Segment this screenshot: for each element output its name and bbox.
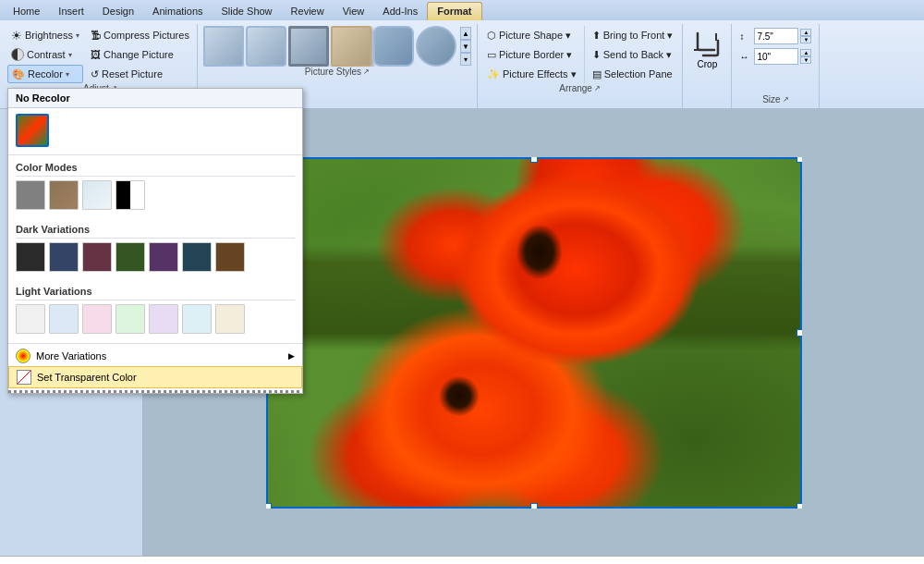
more-variations-icon	[16, 349, 30, 363]
grayscale-swatch[interactable]	[16, 180, 45, 210]
brightness-button[interactable]: ☀ Brightness ▾	[7, 26, 83, 44]
picture-style-5[interactable]	[373, 26, 414, 67]
picture-effects-icon: ✨	[487, 68, 500, 80]
dark-swatch-7[interactable]	[215, 242, 245, 272]
sepia-swatch[interactable]	[49, 180, 79, 210]
light-swatch-2[interactable]	[49, 304, 79, 334]
tab-view[interactable]: View	[334, 2, 374, 20]
height-spin-down[interactable]: ▼	[800, 36, 811, 43]
bring-front-icon: ⬆	[592, 30, 601, 42]
picture-style-6[interactable]	[416, 26, 456, 67]
washout-swatch[interactable]	[82, 180, 112, 210]
tab-addins[interactable]: Add-Ins	[373, 2, 427, 20]
picture-style-3[interactable]	[288, 26, 329, 67]
height-spinner: ▲ ▼	[800, 29, 811, 43]
selection-pane-icon: ▤	[592, 68, 602, 80]
more-variations-arrow: ▶	[288, 351, 295, 361]
picture-style-4[interactable]	[331, 26, 371, 67]
color-modes-swatches	[16, 180, 295, 210]
scroll-down-arrow[interactable]: ▼	[460, 40, 471, 53]
light-swatch-5[interactable]	[149, 304, 178, 334]
scroll-up-arrow[interactable]: ▲	[460, 27, 471, 40]
light-swatch-3[interactable]	[82, 304, 112, 334]
change-picture-button[interactable]: 🖼 Change Picture	[87, 45, 193, 64]
crop-button[interactable]: Crop	[688, 26, 725, 73]
dark-variations-swatches	[16, 242, 295, 272]
picture-styles-label: Picture Styles ↗	[203, 67, 471, 79]
scroll-more-arrow[interactable]: ▾	[460, 53, 471, 66]
panel-dots-border	[8, 390, 302, 393]
tab-slideshow[interactable]: Slide Show	[213, 2, 282, 20]
tab-animations[interactable]: Animations	[143, 2, 212, 20]
picture-styles-scroll-arrows: ▲ ▼ ▾	[460, 27, 471, 66]
picture-effects-button[interactable]: ✨ Picture Effects ▾	[483, 65, 580, 83]
change-picture-icon: 🖼	[91, 49, 101, 60]
panel-divider-1	[8, 343, 302, 344]
recolor-icon: 🎨	[12, 68, 25, 80]
no-recolor-swatch[interactable]	[16, 114, 49, 147]
size-group-label: Size ↗	[732, 94, 819, 106]
size-expand-icon[interactable]: ↗	[783, 95, 789, 104]
brightness-dropdown-arrow: ▾	[76, 31, 79, 40]
picture-styles-scroll	[203, 26, 456, 67]
slide-inner	[266, 157, 802, 509]
transparent-color-icon	[17, 370, 31, 385]
height-spin-up[interactable]: ▲	[800, 29, 811, 36]
crop-group-label	[683, 104, 731, 106]
dark-swatch-3[interactable]	[82, 242, 112, 272]
contrast-button[interactable]: Contrast ▾	[7, 45, 83, 64]
recolor-button[interactable]: 🎨 Recolor ▾	[7, 65, 83, 83]
light-variations-section: Light Variations	[8, 279, 302, 341]
width-input[interactable]	[754, 48, 798, 65]
send-back-icon: ⬇	[592, 49, 601, 61]
ribbon-tab-bar: Home Insert Design Animations Slide Show…	[0, 0, 924, 20]
recolor-panel: No Recolor Color Modes Dark Variations	[7, 88, 303, 394]
sun-icon: ☀	[11, 29, 22, 43]
black-white-swatch[interactable]	[116, 180, 145, 210]
crop-icon	[692, 30, 722, 59]
tab-format[interactable]: Format	[427, 2, 481, 20]
width-spin-down[interactable]: ▼	[800, 56, 811, 64]
color-modes-section: Color Modes	[8, 155, 302, 217]
more-variations-item[interactable]: More Variations ▶	[8, 346, 302, 366]
selection-pane-button[interactable]: ▤ Selection Pane	[589, 65, 677, 83]
height-input[interactable]	[754, 28, 798, 44]
dark-swatch-4[interactable]	[116, 242, 145, 272]
arrange-group: ⬡ Picture Shape ▾ ▭ Picture Border ▾ ✨ P…	[478, 24, 683, 108]
picture-style-2[interactable]	[246, 26, 286, 67]
picture-border-button[interactable]: ▭ Picture Border ▾	[483, 45, 580, 64]
light-swatch-4[interactable]	[116, 304, 145, 334]
tab-home[interactable]: Home	[4, 2, 49, 20]
compress-icon: 🗜	[91, 30, 101, 41]
send-to-back-button[interactable]: ⬇ Send to Back ▾	[589, 45, 677, 64]
compress-pictures-button[interactable]: 🗜 Compress Pictures	[87, 26, 193, 44]
width-spin-up[interactable]: ▲	[800, 49, 811, 56]
crop-group: Crop	[683, 24, 732, 108]
dark-variations-section: Dark Variations	[8, 217, 302, 279]
picture-style-1[interactable]	[203, 26, 244, 67]
dark-swatch-2[interactable]	[49, 242, 79, 272]
light-swatch-1[interactable]	[16, 304, 45, 334]
picture-styles-expand-icon[interactable]: ↗	[363, 67, 370, 76]
tab-review[interactable]: Review	[282, 2, 334, 20]
arrange-label: Arrange ↗	[483, 83, 676, 95]
contrast-dropdown-arrow: ▾	[68, 51, 72, 59]
light-variations-swatches	[16, 304, 295, 334]
tab-insert[interactable]: Insert	[49, 2, 93, 20]
set-transparent-color-item[interactable]: Set Transparent Color	[8, 366, 302, 388]
tab-design[interactable]: Design	[93, 2, 143, 20]
dark-swatch-6[interactable]	[182, 242, 212, 272]
reset-picture-icon: ↺	[91, 68, 99, 80]
dark-swatch-5[interactable]	[149, 242, 178, 272]
light-swatch-6[interactable]	[182, 304, 212, 334]
picture-shape-icon: ⬡	[487, 30, 496, 42]
picture-shape-button[interactable]: ⬡ Picture Shape ▾	[483, 26, 580, 44]
bring-to-front-button[interactable]: ⬆ Bring to Front ▾	[589, 26, 677, 44]
notes-bar[interactable]: Click to add notes	[0, 556, 924, 564]
light-swatch-7[interactable]	[215, 304, 245, 334]
poppy-image[interactable]	[266, 157, 802, 509]
dark-swatch-1[interactable]	[16, 242, 45, 272]
recolor-panel-header: No Recolor	[8, 89, 302, 108]
arrange-expand-icon[interactable]: ↗	[594, 84, 601, 92]
reset-picture-button[interactable]: ↺ Reset Picture	[87, 65, 193, 83]
